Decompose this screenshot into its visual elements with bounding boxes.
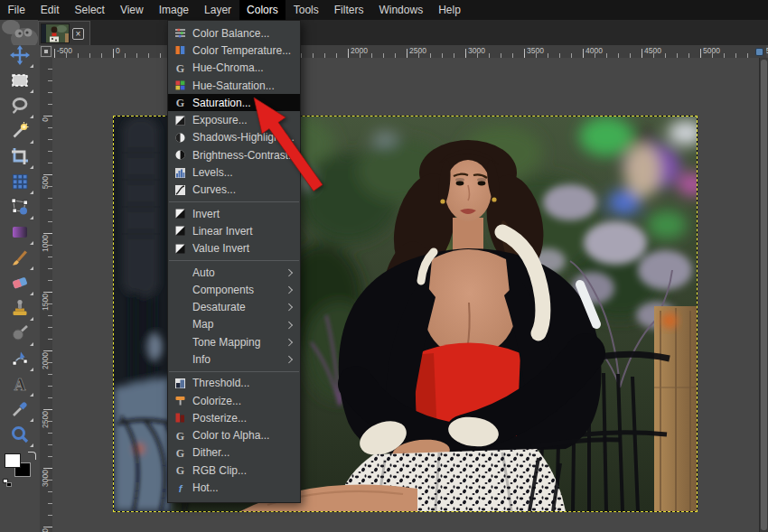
- menu-item-invert[interactable]: Invert: [168, 205, 300, 222]
- eraser-icon: [10, 273, 30, 296]
- handle-transform-tool[interactable]: [5, 197, 34, 220]
- menu-item-components[interactable]: Components: [168, 281, 300, 298]
- menu-item-rgb-clip[interactable]: GRGB Clip...: [168, 462, 300, 479]
- zoom-follow-window-button[interactable]: [752, 45, 766, 58]
- tab-close-icon[interactable]: ×: [72, 28, 84, 40]
- menu-item-threshold[interactable]: Threshold...: [168, 375, 300, 392]
- crop-tool[interactable]: [5, 146, 34, 170]
- menu-item-curves[interactable]: Curves...: [168, 182, 300, 199]
- default-colors-icon[interactable]: [3, 479, 12, 487]
- vertical-ruler[interactable]: 0500100015002000250030003500: [40, 58, 52, 532]
- clone-stamp-icon: [10, 298, 30, 322]
- menu-item-posterize[interactable]: Posterize...: [168, 409, 300, 426]
- menu-item-label: Hot...: [192, 481, 295, 494]
- ruler-label: -500: [57, 46, 72, 55]
- menu-item-desaturate[interactable]: Desaturate: [168, 298, 300, 315]
- menu-item-label: Color Temperature...: [192, 44, 295, 57]
- menu-image[interactable]: Image: [151, 0, 196, 20]
- color-temperature-icon: [173, 44, 186, 57]
- menu-item-auto[interactable]: Auto: [168, 264, 300, 281]
- menu-item-hue-saturation[interactable]: Hue-Saturation...: [168, 77, 300, 94]
- fg-bg-color-swatches[interactable]: [2, 452, 38, 490]
- menu-item-label: Invert: [192, 208, 295, 220]
- menu-item-dither[interactable]: GDither...: [168, 444, 300, 462]
- menu-item-exposure[interactable]: Exposure...: [168, 111, 300, 128]
- menu-item-value-invert[interactable]: Value Invert: [168, 240, 300, 257]
- menu-item-saturation[interactable]: GSaturation...: [168, 94, 300, 111]
- menu-edit[interactable]: Edit: [33, 0, 67, 20]
- menu-layer[interactable]: Layer: [197, 0, 239, 20]
- menu-item-shadows-highlights[interactable]: Shadows-Highlights...: [168, 129, 300, 146]
- rectangle-select-tool[interactable]: [5, 70, 34, 94]
- move-tool[interactable]: [5, 45, 34, 69]
- menu-colors[interactable]: Colors: [239, 0, 286, 20]
- menu-view[interactable]: View: [112, 0, 151, 20]
- unified-transform-tool[interactable]: [5, 172, 34, 195]
- clone-tool[interactable]: [5, 298, 34, 322]
- svg-text:G: G: [175, 447, 183, 459]
- menu-item-levels[interactable]: Levels...: [168, 163, 300, 181]
- svg-text:G: G: [175, 97, 183, 108]
- color-picker-tool[interactable]: [5, 399, 34, 423]
- invert-icon: [173, 208, 186, 220]
- menu-item-label: Shadows-Highlights...: [192, 131, 295, 144]
- menu-help[interactable]: Help: [431, 0, 469, 20]
- menu-item-brightness-contrast[interactable]: Brightness-Contrast...: [168, 146, 300, 163]
- menu-item-info[interactable]: Info: [168, 350, 300, 368]
- menu-tools[interactable]: Tools: [286, 0, 326, 20]
- image-thumbnail: [42, 24, 69, 42]
- menu-item-label: Saturation...: [192, 97, 295, 109]
- color-balance-icon: [173, 27, 186, 40]
- crop-icon: [10, 146, 30, 170]
- menu-item-map[interactable]: Map: [168, 316, 300, 333]
- gegl-icon: G: [173, 429, 186, 442]
- paintbrush-tool[interactable]: [5, 247, 34, 271]
- smudge-tool[interactable]: [5, 323, 34, 347]
- menu-windows[interactable]: Windows: [371, 0, 431, 20]
- horizontal-ruler[interactable]: -500020002500300035004000450050005500: [52, 45, 752, 58]
- tabbar: ×: [0, 20, 768, 45]
- eraser-tool[interactable]: [5, 273, 34, 296]
- menu-file[interactable]: File: [0, 0, 33, 20]
- text-icon: A: [10, 374, 30, 397]
- swap-colors-icon[interactable]: [28, 452, 36, 460]
- menu-item-color-balance[interactable]: Color Balance...: [168, 24, 300, 42]
- svg-text:G: G: [175, 62, 183, 74]
- menubar: FileEditSelectViewImageLayerColorsToolsF…: [0, 0, 768, 20]
- menu-item-hue-chroma[interactable]: GHue-Chroma...: [168, 60, 300, 77]
- free-select-tool[interactable]: [5, 96, 34, 119]
- menu-item-label: Map: [192, 318, 286, 331]
- menu-item-tone-mapping[interactable]: Tone Mapping: [168, 333, 300, 350]
- vertical-scrollbar[interactable]: [759, 58, 768, 532]
- scrollbar-thumb[interactable]: [761, 60, 767, 530]
- canvas-area[interactable]: [52, 58, 768, 532]
- paths-icon: [10, 349, 30, 372]
- menu-item-colorize[interactable]: Colorize...: [168, 392, 300, 409]
- hue-saturation-icon: [173, 79, 186, 92]
- menu-item-label: Exposure...: [192, 114, 295, 126]
- gimp-wilber-logo: [0, 20, 38, 45]
- fuzzy-select-tool[interactable]: [5, 121, 34, 145]
- submenu-arrow-icon: [285, 339, 292, 346]
- paths-tool[interactable]: [5, 349, 34, 372]
- menu-item-label: Linear Invert: [192, 225, 295, 238]
- menu-item-label: Hue-Chroma...: [192, 61, 295, 74]
- gegl-icon: G: [173, 97, 186, 109]
- ruler-corner-button[interactable]: [41, 46, 52, 57]
- menu-select[interactable]: Select: [67, 0, 112, 20]
- image-tab[interactable]: ×: [38, 21, 90, 45]
- menu-item-linear-invert[interactable]: Linear Invert: [168, 222, 300, 239]
- gradient-tool[interactable]: [5, 222, 34, 246]
- ruler-label: 4000: [585, 46, 603, 55]
- menu-item-color-to-alpha[interactable]: GColor to Alpha...: [168, 427, 300, 444]
- foreground-color-swatch[interactable]: [5, 453, 21, 468]
- menu-item-color-temperature[interactable]: Color Temperature...: [168, 42, 300, 59]
- ruler-label: 1500: [41, 294, 50, 311]
- menu-filters[interactable]: Filters: [326, 0, 371, 20]
- zoom-tool[interactable]: [5, 425, 34, 448]
- ruler-label: 2000: [41, 352, 50, 369]
- menu-item-label: Colorize...: [192, 395, 295, 407]
- text-tool[interactable]: A: [5, 374, 34, 397]
- menu-separator: [169, 260, 299, 261]
- menu-item-hot[interactable]: fHot...: [168, 479, 300, 496]
